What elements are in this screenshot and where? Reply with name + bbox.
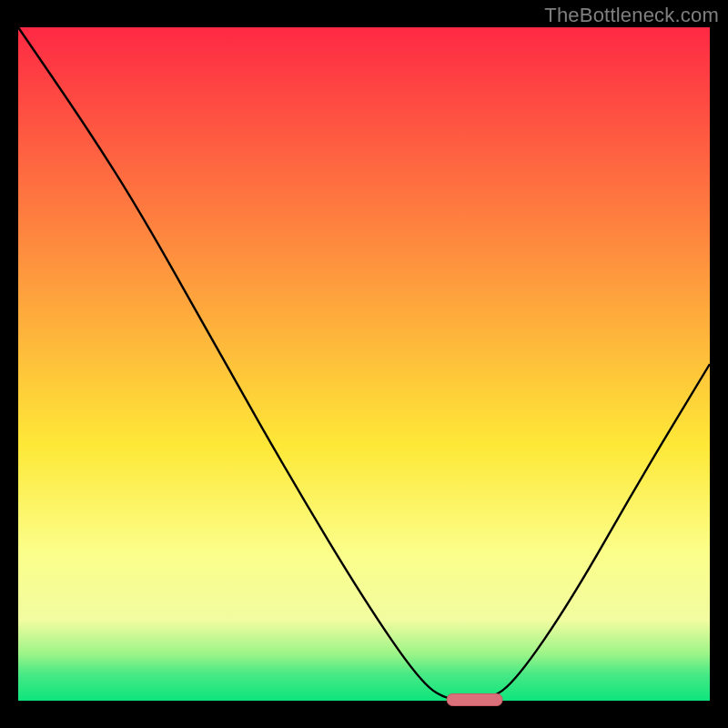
optimal-marker — [447, 694, 502, 706]
chart-stage: TheBottleneck.com — [0, 0, 728, 728]
watermark-text: TheBottleneck.com — [544, 4, 719, 27]
bottleneck-chart — [0, 0, 728, 728]
